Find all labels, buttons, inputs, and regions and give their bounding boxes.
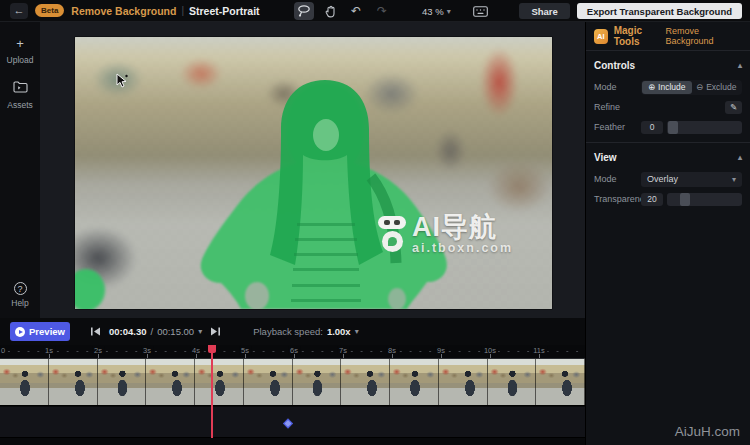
filmstrip-thumbnail [195,359,244,405]
subject-green-mask [75,37,552,309]
refine-row: Refine ✎ [586,97,750,117]
site-watermark: AI导航 ai.tboxn.com [378,213,513,255]
ai-badge-icon: AI [594,29,608,44]
skip-end-icon [210,327,221,336]
feature-title: Remove Background [71,5,176,17]
app-window: ← Beta Remove Background | Street-Portra… [0,0,750,445]
hand-tool-button[interactable] [320,2,340,20]
collapse-icon[interactable]: ▴ [738,61,742,70]
help-label: Help [11,298,28,308]
cursor-arrow-icon [115,73,129,89]
topbar-actions: Share Export Transparent Background [519,3,742,19]
filmstrip-thumbnail [293,359,342,405]
skip-to-start-button[interactable] [90,327,101,336]
undo-icon: ↶ [351,4,361,18]
skip-to-end-button[interactable] [210,327,221,336]
preview-label: Preview [29,326,65,337]
filmstrip-thumbnail [98,359,147,405]
upload-label: Upload [7,55,34,65]
filmstrip-thumbnail [488,359,537,405]
exclude-mode-button[interactable]: ⊖ Exclude [692,81,742,94]
transparency-slider[interactable] [667,193,742,206]
watermark-url: ai.tboxn.com [412,241,513,255]
feather-slider[interactable] [667,121,742,134]
filmstrip-thumbnail [244,359,293,405]
zoom-level-control[interactable]: 43 % ▾ [422,6,451,17]
project-title: Street-Portrait [189,5,260,17]
sidebar-item-help[interactable]: ? Help [0,282,40,308]
feather-row: Feather 0 [586,117,750,137]
refine-label: Refine [594,102,641,112]
watermark-title: AI导航 [412,213,513,241]
share-button[interactable]: Share [519,3,569,19]
editor-stage: AI导航 ai.tboxn.com [40,22,585,318]
filmstrip[interactable] [0,358,585,406]
magic-tools-panel: AI Magic Tools Remove Background Control… [585,22,750,445]
transparency-value-input[interactable]: 20 [641,193,663,206]
feather-slider-handle[interactable] [668,121,678,134]
video-canvas[interactable]: AI导航 ai.tboxn.com [75,37,552,309]
sidebar-item-upload[interactable]: + Upload [0,36,40,65]
lasso-icon [297,4,311,18]
keyboard-shortcuts-button[interactable] [471,2,491,20]
magic-select-tool-button[interactable] [294,2,314,20]
view-section-header[interactable]: View ▴ [586,143,750,169]
minus-circle-icon: ⊖ [696,82,703,92]
help-icon: ? [14,282,27,295]
transparency-row: Transparency 20 [586,189,750,209]
back-button[interactable]: ← [10,3,28,19]
filmstrip-thumbnail [341,359,390,405]
playback-speed-label: Playback speed: [253,326,323,337]
exclude-label: Exclude [706,82,736,92]
mode-label: Mode [594,82,641,92]
current-time: 00:04.30 [109,326,147,337]
view-mode-row: Mode Overlay ▾ [586,169,750,189]
mode-row: Mode ⊕ Include ⊖ Exclude [586,77,750,97]
export-transparent-background-button[interactable]: Export Transparent Background [577,3,742,19]
playhead-line [211,344,213,438]
transparency-slider-handle[interactable] [680,193,690,206]
filmstrip-thumbnail [390,359,439,405]
preview-button[interactable]: Preview [10,322,70,341]
view-title: View [594,152,617,163]
title-separator: | [181,5,184,16]
pencil-icon: ✎ [730,102,737,112]
redo-button[interactable]: ↷ [372,2,392,20]
sidebar-item-assets[interactable]: Assets [0,81,40,110]
filmstrip-thumbnail [0,359,49,405]
panel-action-name: Remove Background [666,26,742,46]
zoom-level-value: 43 % [422,6,444,17]
chevron-down-icon[interactable]: ▾ [198,327,202,336]
timeline: 0 1s2s3s4s5s6s7s8s9s10s11s [0,345,585,445]
view-mode-label: Mode [594,174,641,184]
robot-logo-icon [378,216,406,252]
play-icon [15,327,25,337]
feather-value-input[interactable]: 0 [641,121,663,134]
controls-section-header[interactable]: Controls ▴ [586,51,750,77]
filmstrip-thumbnail [439,359,488,405]
keyframe-track[interactable] [0,407,585,438]
left-sidebar: + Upload Assets ? Help [0,22,40,318]
corner-watermark: AiJuH.com [675,424,740,439]
keyframe-diamond[interactable] [283,419,293,429]
total-time: 00:15.00 [157,326,194,337]
collapse-icon[interactable]: ▴ [738,153,742,162]
undo-button[interactable]: ↶ [346,2,366,20]
timecode-display[interactable]: 00:04.30 / 00:15.00 ▾ [109,326,202,337]
plus-circle-icon: ⊕ [648,82,655,92]
plus-icon: + [12,36,28,52]
include-mode-button[interactable]: ⊕ Include [642,81,692,94]
keyboard-icon [473,6,488,17]
filmstrip-thumbnail [536,359,585,405]
chevron-down-icon: ▾ [447,7,451,16]
playback-bar: Preview 00:04.30 / 00:15.00 ▾ Playback s… [0,318,585,345]
panel-header: AI Magic Tools Remove Background [586,22,750,51]
assets-label: Assets [7,100,33,110]
timeline-ruler[interactable]: 0 1s2s3s4s5s6s7s8s9s10s11s [0,345,585,358]
view-mode-dropdown[interactable]: Overlay ▾ [641,172,742,187]
feather-label: Feather [594,122,641,132]
include-label: Include [658,82,685,92]
playback-speed-control[interactable]: Playback speed: 1.00x ▾ [253,326,359,337]
refine-brush-button[interactable]: ✎ [725,101,742,114]
controls-title: Controls [594,60,635,71]
